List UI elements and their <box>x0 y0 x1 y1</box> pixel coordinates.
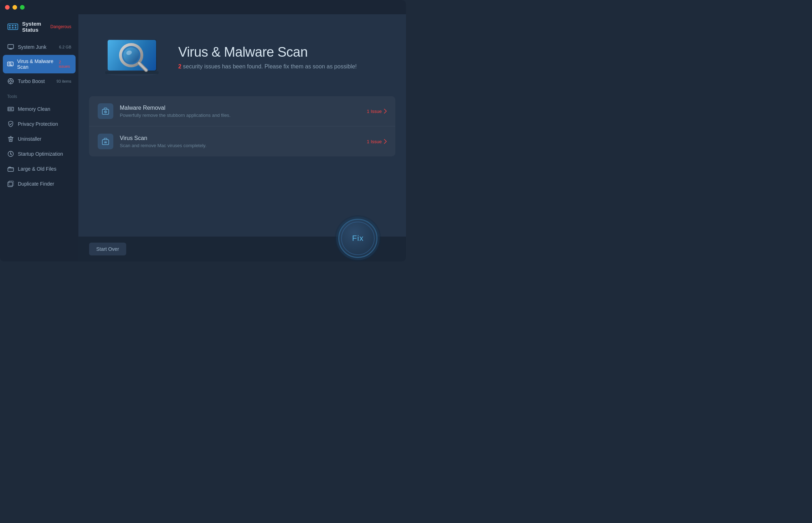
sidebar-item-virus-malware-badge: 2 issues <box>59 60 71 68</box>
svg-rect-6 <box>15 27 16 29</box>
fix-button-label: Fix <box>352 234 364 243</box>
svg-rect-3 <box>12 25 14 26</box>
svg-point-28 <box>10 154 11 155</box>
malware-removal-info: Malware Removal Powerfully remove the st… <box>120 105 360 118</box>
malware-removal-item[interactable]: Malware Removal Powerfully remove the st… <box>89 96 395 126</box>
main-content: Virus & Malware Scan 2 security issues h… <box>78 14 406 262</box>
hero-title: Virus & Malware Scan <box>178 45 357 60</box>
close-button[interactable] <box>5 5 10 10</box>
malware-removal-icon <box>98 103 113 119</box>
sidebar-item-system-junk-label: System Junk <box>18 44 46 50</box>
virus-scan-name: Virus Scan <box>120 135 360 141</box>
app-body: System Status Dangerous System Junk <box>0 14 406 262</box>
privacy-protection-icon <box>7 120 14 128</box>
svg-rect-4 <box>12 27 14 29</box>
sidebar-item-virus-malware[interactable]: Virus & Malware Scan 2 issues <box>3 55 76 73</box>
malware-removal-badge: 1 Issue <box>367 109 387 114</box>
virus-scan-info: Virus Scan Scan and remove Mac viruses c… <box>120 135 360 148</box>
svg-rect-7 <box>8 45 14 48</box>
sidebar-item-privacy-protection-label: Privacy Protection <box>18 121 58 127</box>
sidebar: System Status Dangerous System Junk <box>0 14 78 262</box>
issues-list: Malware Removal Powerfully remove the st… <box>89 96 395 156</box>
virus-scan-desc: Scan and remove Mac viruses completely. <box>120 143 360 148</box>
svg-rect-35 <box>105 71 159 74</box>
malware-removal-name: Malware Removal <box>120 105 360 111</box>
hero-subtitle: 2 security issues has been found. Please… <box>178 63 357 70</box>
sidebar-item-uninstaller[interactable]: Uninstaller <box>3 132 76 146</box>
svg-rect-2 <box>9 27 11 29</box>
duplicate-finder-icon <box>7 180 14 187</box>
sidebar-item-privacy-protection[interactable]: Privacy Protection <box>3 117 76 131</box>
sidebar-item-system-junk-badge: 6.2 GB <box>59 45 71 49</box>
sidebar-item-large-old-files[interactable]: Large & Old Files <box>3 162 76 176</box>
traffic-lights <box>5 5 25 10</box>
sidebar-item-duplicate-finder-label: Duplicate Finder <box>18 181 54 187</box>
svg-rect-0 <box>8 24 18 30</box>
startup-optimization-icon <box>7 150 14 157</box>
fix-area: Start Over Fix <box>78 156 406 262</box>
issue-count: 2 <box>178 63 181 69</box>
svg-rect-20 <box>9 108 9 110</box>
sidebar-item-memory-clean-label: Memory Clean <box>18 106 50 112</box>
virus-scan-item[interactable]: Virus Scan Scan and remove Mac viruses c… <box>89 126 395 156</box>
sidebar-item-turbo-boost[interactable]: Turbo Boost 93 items <box>3 74 76 88</box>
svg-rect-5 <box>15 25 16 26</box>
sidebar-item-uninstaller-label: Uninstaller <box>18 136 41 142</box>
sidebar-item-large-old-files-label: Large & Old Files <box>18 166 56 172</box>
sidebar-header-left: System Status <box>7 21 50 33</box>
svg-rect-21 <box>10 108 11 110</box>
sidebar-header: System Status Dangerous <box>0 14 78 40</box>
uninstaller-icon <box>7 135 14 143</box>
hero-text: Virus & Malware Scan 2 security issues h… <box>178 45 357 70</box>
sidebar-nav: System Junk 6.2 GB Virus & Malware Scan <box>0 40 78 88</box>
svg-line-43 <box>105 111 106 113</box>
virus-scan-icon <box>98 134 113 149</box>
memory-clean-icon <box>7 105 14 113</box>
sidebar-title: System Status <box>22 21 50 33</box>
sidebar-item-virus-malware-label: Virus & Malware Scan <box>17 58 59 70</box>
fix-button-container: Fix <box>338 219 377 258</box>
svg-rect-22 <box>11 108 12 110</box>
system-status-icon <box>7 22 19 31</box>
maximize-button[interactable] <box>20 5 25 10</box>
titlebar <box>0 0 406 14</box>
sidebar-item-memory-clean[interactable]: Memory Clean <box>3 102 76 116</box>
hero-image <box>100 32 164 82</box>
virus-scan-badge: 1 Issue <box>367 139 387 144</box>
sidebar-item-turbo-boost-badge: 93 items <box>56 79 71 83</box>
sidebar-item-turbo-boost-label: Turbo Boost <box>18 78 45 84</box>
svg-point-14 <box>10 80 12 82</box>
status-badge: Dangerous <box>50 24 71 29</box>
hero-subtitle-text: security issues has been found. Please f… <box>181 63 357 69</box>
sidebar-item-system-junk[interactable]: System Junk 6.2 GB <box>3 40 76 54</box>
malware-removal-desc: Powerfully remove the stubborn applicati… <box>120 113 360 118</box>
svg-rect-31 <box>9 181 14 186</box>
start-over-button[interactable]: Start Over <box>89 243 126 255</box>
svg-point-37 <box>123 47 139 63</box>
virus-malware-icon <box>7 61 14 68</box>
system-junk-icon <box>7 43 14 51</box>
minimize-button[interactable] <box>12 5 17 10</box>
tools-label: Tools <box>0 88 78 102</box>
fix-button[interactable]: Fix <box>338 219 377 258</box>
sidebar-item-startup-optimization[interactable]: Startup Optimization <box>3 147 76 161</box>
hero-section: Virus & Malware Scan 2 security issues h… <box>78 14 406 96</box>
svg-rect-1 <box>9 25 11 26</box>
svg-rect-30 <box>8 182 12 187</box>
sidebar-item-startup-optimization-label: Startup Optimization <box>18 151 63 157</box>
sidebar-item-duplicate-finder[interactable]: Duplicate Finder <box>3 177 76 191</box>
large-old-files-icon <box>7 165 14 172</box>
tools-nav: Memory Clean Privacy Protection <box>0 102 78 191</box>
svg-rect-29 <box>8 168 14 171</box>
svg-rect-10 <box>7 62 13 66</box>
turbo-boost-icon <box>7 78 14 85</box>
